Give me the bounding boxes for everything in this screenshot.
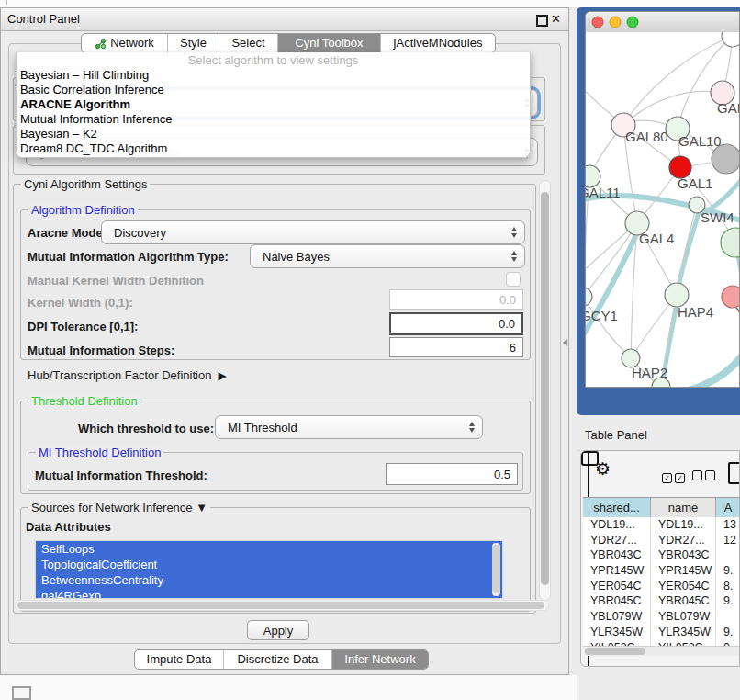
cell-name[interactable]: YPR145W <box>651 563 716 579</box>
node-label-hap2: HAP2 <box>632 365 667 380</box>
tab-discretize-data[interactable]: Discretize Data <box>224 650 332 669</box>
collapsed-panel-grip[interactable] <box>12 686 31 700</box>
cell-shared[interactable]: YPR145W <box>583 563 651 579</box>
cell-extra[interactable]: 13 <box>716 517 740 533</box>
select-all-checks-icon[interactable]: ✓✓ <box>662 469 685 483</box>
list-scrollbar[interactable] <box>492 543 500 596</box>
list-item-selfloops[interactable]: SelfLoops <box>36 541 502 557</box>
threshold-definition-title: Threshold Definition <box>28 394 140 408</box>
node-unlabeled-top[interactable] <box>722 32 739 47</box>
minimize-traffic-button[interactable] <box>610 17 621 28</box>
tab-impute-data[interactable]: Impute Data <box>135 650 224 669</box>
cell-extra[interactable]: 9. <box>716 625 740 640</box>
cell-shared[interactable]: YBL079W <box>583 609 651 625</box>
gear-icon[interactable]: ⚙ <box>595 458 611 480</box>
mi-steps-field[interactable]: 6 <box>389 337 523 357</box>
which-threshold-combo[interactable]: MI Threshold <box>215 415 483 439</box>
mi-threshold-field[interactable]: 0.5 <box>386 463 518 485</box>
cell-name[interactable]: YDL19... <box>651 517 716 533</box>
list-item-topologicalcoefficient[interactable]: TopologicalCoefficient <box>36 557 502 572</box>
kernel-width-field[interactable]: 0.0 <box>389 289 523 310</box>
aracne-mode-combo[interactable]: Discovery <box>101 220 525 244</box>
tab-cyni-toolbox-label: Cyni Toolbox <box>295 34 363 52</box>
table-hscroll-thumb[interactable] <box>585 648 645 655</box>
table-body: YDL19... YDL19... 13 YDR27... YDR27... 1… <box>583 517 740 646</box>
column-header-name[interactable]: name <box>651 498 716 518</box>
settings-vertical-scrollbar[interactable] <box>539 180 551 601</box>
cell-name[interactable]: YER054C <box>651 579 716 594</box>
table-row[interactable]: YER054C YER054C 8. <box>583 579 740 594</box>
tab-style[interactable]: Style <box>168 34 219 52</box>
tab-jactivemnodules[interactable]: jActiveMNodules <box>381 34 495 52</box>
algorithm-option-dream8[interactable]: Dream8 DC_TDC Algorithm <box>17 141 530 156</box>
table-row[interactable]: YBR043C YBR043C <box>583 548 740 563</box>
cyni-algorithm-settings-title: Cyni Algorithm Settings <box>21 177 150 191</box>
data-attributes-label: Data Attributes <box>26 520 111 534</box>
top-strip-mark <box>6 0 7 5</box>
cell-shared[interactable]: YBR045C <box>583 593 651 609</box>
column-header-extra[interactable]: A <box>716 498 740 518</box>
hub-factor-expander[interactable]: Hub/Transcription Factor Definition▶ <box>28 368 227 382</box>
algorithm-option-basic-correlation[interactable]: Basic Correlation Inference <box>17 83 530 97</box>
cell-name[interactable]: YLR345W <box>651 625 716 640</box>
document-export-icon[interactable] <box>728 462 740 484</box>
settings-vscroll-thumb[interactable] <box>541 192 549 585</box>
tab-select[interactable]: Select <box>219 34 278 52</box>
cell-name[interactable]: YBL079W <box>651 609 716 625</box>
algorithm-option-aracne[interactable]: ARACNE Algorithm <box>17 97 530 112</box>
cell-name[interactable]: YBR043C <box>651 548 716 563</box>
cell-shared[interactable]: YBR043C <box>583 548 651 563</box>
column-header-shared-name[interactable]: shared... <box>583 498 651 518</box>
table-row[interactable]: YDR27... YDR27... 12 <box>583 533 740 548</box>
table-row[interactable]: YBL079W YBL079W <box>583 609 740 625</box>
algorithm-option-mutual-information[interactable]: Mutual Information Inference <box>17 112 530 127</box>
table-row[interactable]: YDL19... YDL19... 13 <box>583 517 740 533</box>
network-graph: GAL7 GAL80 GAL10 GAL1 GAL11 SWI4 GAL4 HA… <box>586 32 739 387</box>
apply-button[interactable]: Apply <box>247 620 309 640</box>
float-window-button[interactable] <box>536 15 548 27</box>
dpi-tolerance-field[interactable]: 0.0 <box>389 312 523 335</box>
cell-shared[interactable]: YDL19... <box>583 517 651 533</box>
table-horizontal-scrollbar[interactable] <box>583 646 739 656</box>
algorithm-option-bayesian-hill-climbing[interactable]: Bayesian – Hill Climbing <box>17 68 530 83</box>
list-scrollbar-thumb[interactable] <box>492 545 500 593</box>
aracne-mode-label: Aracne Mode: <box>28 226 107 240</box>
table-row[interactable]: YBR045C YBR045C 9. <box>583 593 740 609</box>
tab-network[interactable]: Network <box>82 34 168 52</box>
cell-shared[interactable]: YDR27... <box>583 533 651 548</box>
tab-infer-network[interactable]: Infer Network <box>332 650 428 669</box>
tab-cyni-toolbox[interactable]: Cyni Toolbox <box>278 34 381 52</box>
settings-hscroll-thumb[interactable] <box>17 602 544 609</box>
cell-extra[interactable]: 9. <box>716 593 740 609</box>
table-row[interactable]: YPR145W YPR145W 9. <box>583 563 740 579</box>
list-item-gal4rgexp[interactable]: gal4RGexp <box>36 588 502 599</box>
dropdown-prompt: Select algorithm to view settings <box>17 52 530 68</box>
collapse-arrow-icon[interactable]: ▼ <box>196 501 207 514</box>
settings-horizontal-scrollbar[interactable] <box>15 600 549 611</box>
cell-name[interactable]: YDR27... <box>651 533 716 548</box>
close-icon[interactable]: ✕ <box>551 12 561 26</box>
cell-extra[interactable] <box>716 548 740 563</box>
zoom-traffic-button[interactable] <box>627 17 638 28</box>
control-panel-titlebar <box>1 8 568 31</box>
network-canvas[interactable]: GAL7 GAL80 GAL10 GAL1 GAL11 SWI4 GAL4 HA… <box>586 32 739 387</box>
list-item-betweennesscentrality[interactable]: BetweennessCentrality <box>36 572 502 588</box>
cell-extra[interactable] <box>716 609 740 625</box>
cell-extra[interactable]: 12 <box>716 533 740 548</box>
panel-splitter-handle[interactable] <box>563 339 567 346</box>
table-row[interactable]: YLR345W YLR345W 9. <box>583 625 740 640</box>
cell-extra[interactable]: 8. <box>716 579 740 594</box>
network-window-titlebar[interactable] <box>586 12 739 33</box>
node-unlabeled-right[interactable] <box>721 228 739 257</box>
close-traffic-button[interactable] <box>592 17 603 28</box>
cyni-subtab-bar: Impute Data Discretize Data Infer Networ… <box>134 649 429 670</box>
clear-all-checks-icon[interactable] <box>692 469 715 483</box>
algorithm-option-bayesian-k2[interactable]: Bayesian – K2 <box>17 127 530 141</box>
cell-shared[interactable]: YLR345W <box>583 625 651 640</box>
manual-kernel-checkbox[interactable] <box>506 272 521 287</box>
cell-extra[interactable]: 9. <box>716 563 740 579</box>
cell-shared[interactable]: YER054C <box>583 579 651 594</box>
cell-name[interactable]: YBR045C <box>651 593 716 609</box>
node-gcy1[interactable] <box>586 288 592 306</box>
mi-type-combo[interactable]: Naive Bayes <box>250 244 525 268</box>
